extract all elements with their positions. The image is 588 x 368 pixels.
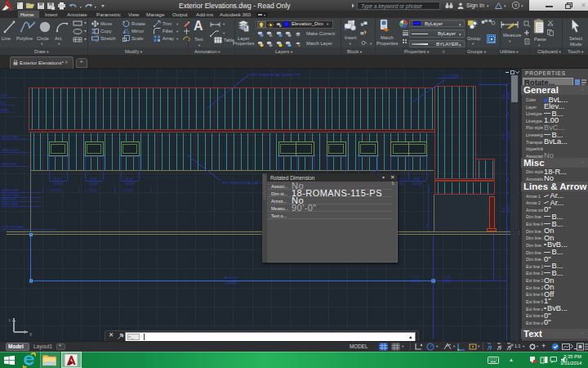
svg-text:[152]: [152] — [506, 92, 510, 100]
svg-text:WINDOWS: WINDOWS — [2, 148, 19, 152]
svg-text:WINDOW: WINDOW — [2, 197, 16, 201]
svg-text:49'-0 1/2": 49'-0 1/2" — [224, 276, 238, 280]
svg-text:[1219]: [1219] — [126, 182, 135, 186]
svg-text:1'-2 [356]: 1'-2 [356] — [445, 74, 459, 78]
svg-text:TOP OF SLAB: TOP OF SLAB — [2, 225, 23, 229]
svg-text:[14948]: [14948] — [225, 280, 237, 285]
svg-text:[1219]: [1219] — [413, 182, 422, 186]
svg-text:2'-0 [610]: 2'-0 [610] — [85, 189, 97, 192]
svg-text:4'-0": 4'-0" — [91, 177, 98, 181]
svg-text:WINDOWS: WINDOWS — [2, 135, 19, 139]
svg-text:4'-0": 4'-0" — [127, 177, 134, 181]
svg-text:WINDOW: WINDOW — [2, 162, 16, 166]
svg-text:5'-0: 5'-0 — [501, 94, 506, 100]
svg-text:8-0: 8-0 — [1, 101, 7, 105]
svg-text:4'-0": 4'-0" — [414, 177, 421, 181]
svg-text:[152]: [152] — [506, 132, 510, 139]
svg-text:[1219]: [1219] — [90, 182, 99, 186]
svg-text:8'-6: 8'-6 — [501, 207, 506, 213]
svg-text:[610]: [610] — [444, 279, 452, 283]
svg-text:[304]: [304] — [1, 108, 8, 112]
svg-text:10-0: 10-0 — [1, 93, 8, 97]
svg-text:[2315]: [2315] — [412, 279, 421, 283]
svg-text:WINDOWS: WINDOWS — [2, 202, 19, 206]
svg-text:4'-0": 4'-0" — [55, 177, 62, 181]
svg-text:WINDOWS: WINDOWS — [2, 188, 19, 192]
svg-text:2'-0 [610]: 2'-0 [610] — [49, 189, 61, 192]
svg-text:7'-6: 7'-6 — [501, 133, 506, 139]
svg-text:[152]: [152] — [506, 205, 510, 213]
svg-text:?: ? — [514, 3, 518, 8]
svg-text:2'-0 [610]: 2'-0 [610] — [121, 189, 133, 192]
svg-text:EXT. HORIZONTAL SIDING TYP.: EXT. HORIZONTAL SIDING TYP. — [251, 73, 301, 77]
svg-text:[1219]: [1219] — [54, 182, 63, 186]
